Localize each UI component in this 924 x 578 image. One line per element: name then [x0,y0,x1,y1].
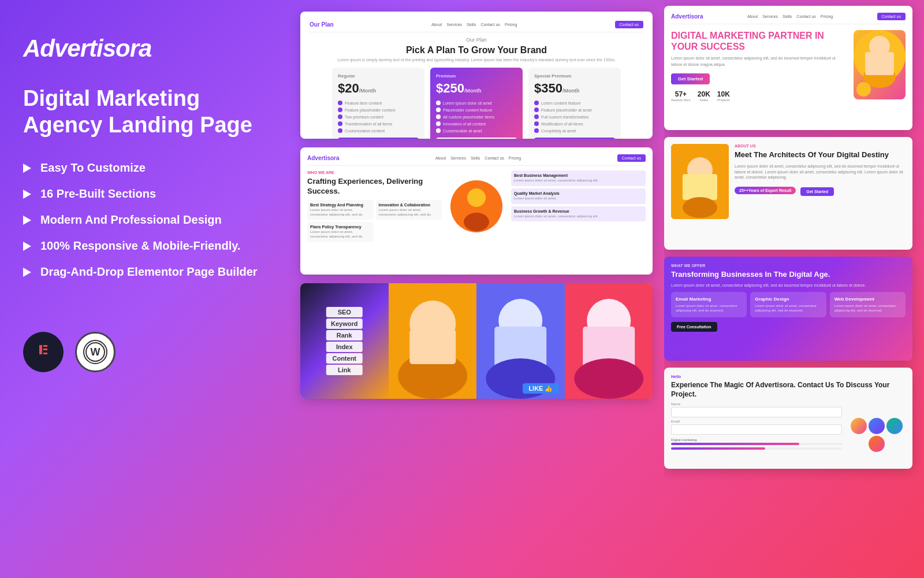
gallery-item-person3 [565,283,653,399]
pricing-our-plan: Our Plan [310,37,643,43]
gallery-screenshot: SEO Keyword Rank Index Content Link [300,283,653,399]
hero-person-image [854,30,906,99]
about-feature-left-1: Best Strategy And Planning Lorem ipsum d… [307,200,374,220]
plan-regular-price: $20/Month [338,81,419,96]
svg-rect-26 [865,52,894,75]
svg-point-22 [574,358,643,399]
contact-email-field[interactable] [671,424,842,435]
about-tag: WHO WE ARE [307,171,442,175]
about-nav-cta[interactable]: Contact us [617,154,646,162]
pricing-nav-links: About Services Skills Contact us Pricing [431,23,517,27]
about-feature-left-3: Plans Policy Transparency Lorem ipsum do… [307,222,374,242]
pricing-header: Our Plan Pick A Plan To Grow Your Brand … [310,37,643,62]
svg-rect-29 [683,174,717,200]
about-feature-right-1: Best Business Management Lorem ipsum dol… [511,171,646,186]
feature-item-4: 100% Responsive & Mobile-Friendly. [23,239,266,253]
services-tag: ABOUT US [735,144,906,148]
svg-point-10 [464,213,489,231]
hero-nav-cta[interactable]: Contact us [877,13,906,20]
hero-body: DIGITAL MARKETING PARTNER IN YOUR SUCCES… [671,30,906,102]
progress-fill-1 [671,443,799,445]
gallery-grid: SEO Keyword Rank Index Content Link [300,283,653,399]
about-nav-links: About Services Skills Contact us Pricing [435,156,521,160]
svg-text:W: W [91,346,100,358]
contact-form: Name Email Digital marketing [671,402,842,452]
about-right: Best Business Management Lorem ipsum dol… [511,171,646,242]
hero-logo: Advertisora [671,13,703,20]
digital-cards-row: Email Marketing Lorem ipsum dolor sit am… [671,292,906,318]
svg-rect-14 [409,329,456,364]
right-panel: Advertisora About Services Skills Contac… [664,0,924,578]
arrow-icon-5 [23,268,31,277]
hero-headline: DIGITAL MARKETING PARTNER IN YOUR SUCCES… [671,30,848,52]
about-screenshot: Advertisora About Services Skills Contac… [300,147,653,275]
about-nav: Advertisora About Services Skills Contac… [307,154,646,166]
plan-regular-cta[interactable]: GET STARTED [338,138,419,139]
plan-premium: Premium $250/Month Lorem Ipsum dolor sit… [430,68,523,139]
team-person-3 [886,418,903,434]
hero-desc: Lorem ipsum dolor sit amet, consectetur … [671,55,848,68]
pricing-title: Pick A Plan To Grow Your Brand [310,45,643,55]
contact-name-field[interactable] [671,407,842,417]
team-person-1 [851,418,867,434]
feature-item-1: Easy To Customize [23,161,266,175]
elementor-icon [23,332,64,372]
services-cta-button[interactable]: Get Started [800,187,834,196]
pricing-desc: Lorem Ipsum is simply dummy text of the … [310,58,643,62]
about-feature-right-3: Business Growth & Revenue Lorem ipsum do… [511,206,646,222]
features-list: Easy To Customize 16 Pre-Built Sections … [23,161,266,291]
about-headline: Crafting Experiences, Delivering Success… [307,177,442,197]
plan-special-label: Special Premium [534,73,615,79]
wordpress-icon: W [75,332,116,372]
contact-card: Hello Experience The Magic Of Advertisor… [664,368,912,469]
digital-card-web: Web Development Lorem ipsum dolor sit am… [830,292,906,318]
team-person-4 [869,436,885,452]
like-badge: LIKE 👍 [523,383,558,393]
about-left: WHO WE ARE Crafting Experiences, Deliver… [307,171,442,242]
plan-premium-features: Lorem Ipsum dolor sit amet Placeholder c… [436,99,517,134]
arrow-icon-4 [23,242,31,251]
digital-card-email: Email Marketing Lorem ipsum dolor sit am… [671,292,747,318]
arrow-icon-3 [23,216,31,225]
plan-special-cta[interactable]: Get Started [534,138,615,139]
pricing-screenshot: Our Plan About Services Skills Contact u… [300,12,653,139]
hero-badge [856,82,871,97]
contact-progress: Digital marketing [671,438,842,450]
stat-projects: 10K Projects [717,90,730,102]
plan-premium-price: $250/Month [436,81,517,96]
plan-premium-label: Premium [436,73,517,79]
stat-sales: 20K Sales [698,90,710,102]
plugin-icons: W [23,332,266,372]
gallery-item-person [389,283,477,399]
contact-headline: Experience The Magic Of Advertisora. Con… [671,381,906,399]
about-nav-logo: Advertisora [307,155,340,161]
about-features-left: Best Strategy And Planning Lorem ipsum d… [307,200,442,242]
stat-awards: 57+ Awards Won [671,90,691,102]
arrow-icon-2 [23,190,31,199]
services-desc: Lorem ipsum dolor sit amet, consectetur … [735,164,906,180]
hero-nav-links: About Services Skills Contact us Pricing [747,14,833,18]
services-inner: ABOUT US Meet The Architects Of Your Dig… [671,144,906,219]
pricing-nav: Our Plan About Services Skills Contact u… [310,21,643,32]
svg-rect-3 [43,349,47,350]
svg-point-30 [683,197,717,218]
feature-item-3: Modern And Professional Design [23,213,266,227]
pricing-plans: Regular $20/Month Feature item content F… [310,68,643,139]
services-headline: Meet The Architects Of Your Digital Dest… [735,150,906,160]
digital-headline: Transforming Businesses In The Digital A… [671,270,906,280]
contact-body: Name Email Digital marketing [671,402,906,452]
years-badge: 25++ Years of Expert Result [735,187,796,194]
svg-rect-4 [43,353,47,354]
gallery-seo-tags: SEO Keyword Rank Index Content Link [325,306,363,376]
about-center-image [448,171,505,242]
plan-premium-cta[interactable]: Get Started [436,138,517,139]
progress-bar-2 [671,447,842,450]
hero-cta-button[interactable]: Get Started [671,73,710,84]
services-text: ABOUT US Meet The Architects Of Your Dig… [735,144,906,219]
plan-special-features: Lorem content feature Feature placeholde… [534,99,615,134]
pricing-nav-cta[interactable]: Contact us [615,21,643,28]
plan-special: Special Premium $350/Month Lorem content… [528,68,621,139]
digital-free-consultation[interactable]: Free Consultation [671,322,717,332]
team-group [848,418,906,452]
brand-name: Advertisora [23,35,266,62]
